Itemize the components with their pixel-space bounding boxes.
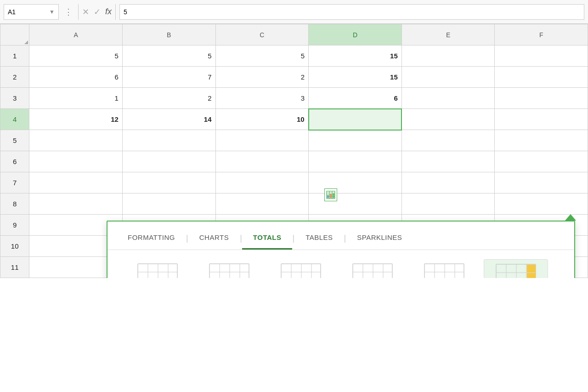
cell-A3[interactable]: 1 — [29, 88, 123, 109]
item-sum-selected[interactable]: Σ Sum — [484, 259, 548, 278]
col-header-A[interactable]: A — [29, 24, 123, 45]
spreadsheet-grid: A B C D E F 1555152672153123641214105678… — [0, 24, 588, 278]
col-header-E[interactable]: E — [401, 24, 495, 45]
cell-D1[interactable]: 15 — [309, 45, 402, 67]
cell-B5[interactable] — [122, 130, 215, 151]
cell-F5[interactable] — [495, 130, 588, 151]
formula-input[interactable] — [119, 4, 584, 20]
col-header-C[interactable]: C — [215, 24, 309, 45]
table-row: 5 — [0, 130, 588, 151]
cell-D5[interactable] — [309, 130, 402, 151]
cell-A5[interactable] — [29, 130, 123, 151]
cell-B2[interactable]: 7 — [122, 67, 215, 88]
tab-totals[interactable]: TOTALS — [242, 229, 293, 250]
cell-D8[interactable] — [309, 193, 402, 215]
table-row: 4121410 — [0, 109, 588, 130]
cell-D3[interactable]: 6 — [309, 88, 402, 109]
svg-rect-20 — [209, 264, 249, 278]
svg-rect-9 — [138, 264, 177, 278]
cell-C6[interactable] — [215, 151, 309, 172]
cell-C1[interactable]: 5 — [215, 45, 309, 67]
col-header-F[interactable]: F — [495, 24, 588, 45]
cell-F8[interactable] — [495, 193, 588, 215]
cell-B6[interactable] — [122, 151, 215, 172]
cell-A1[interactable]: 5 — [29, 45, 123, 67]
cell-A7[interactable] — [29, 172, 123, 193]
cell-C5[interactable] — [215, 130, 309, 151]
next-button[interactable]: › — [556, 269, 565, 278]
cell-C7[interactable] — [215, 172, 309, 193]
svg-rect-70 — [527, 265, 536, 273]
cell-A4[interactable]: 12 — [29, 109, 123, 130]
item-count[interactable]: # Count — [269, 259, 333, 278]
cell-B1[interactable]: 5 — [122, 45, 215, 67]
sum-selected-icon: Σ — [495, 263, 537, 278]
item-pct-total[interactable]: % % Total — [340, 259, 405, 278]
row-header-9[interactable]: 9 — [0, 215, 29, 236]
cell-E5[interactable] — [401, 130, 495, 151]
cell-F1[interactable] — [495, 45, 588, 67]
tab-tables[interactable]: TABLES — [294, 229, 344, 250]
more-options-icon[interactable]: ⋮ — [62, 7, 74, 17]
cell-ref-dropdown-icon[interactable]: ▼ — [49, 9, 55, 15]
cell-reference-box[interactable]: A1 ▼ — [4, 4, 59, 20]
cell-E7[interactable] — [401, 172, 495, 193]
cell-B4[interactable]: 14 — [122, 109, 215, 130]
cell-B8[interactable] — [122, 193, 215, 215]
cell-A6[interactable] — [29, 151, 123, 172]
tab-formatting[interactable]: FORMATTING — [117, 229, 186, 250]
col-header-B[interactable]: B — [122, 24, 215, 45]
cell-E8[interactable] — [401, 193, 495, 215]
cell-C3[interactable]: 3 — [215, 88, 309, 109]
cell-C2[interactable]: 2 — [215, 67, 309, 88]
row-header-4[interactable]: 4 — [0, 109, 29, 130]
tab-charts[interactable]: CHARTS — [188, 229, 240, 250]
popup-container: FORMATTING | CHARTS | TOTALS | TABLES | … — [107, 214, 575, 278]
cell-A2[interactable]: 6 — [29, 67, 123, 88]
popup-arrow — [565, 214, 576, 221]
col-header-D[interactable]: D — [309, 24, 402, 45]
cell-E4[interactable] — [401, 109, 495, 130]
row-header-8[interactable]: 8 — [0, 193, 29, 215]
row-header-3[interactable]: 3 — [0, 88, 29, 109]
cell-ref-value: A1 — [8, 8, 16, 16]
cell-E1[interactable] — [401, 45, 495, 67]
svg-rect-42 — [353, 264, 392, 278]
cell-D4[interactable] — [309, 109, 402, 130]
cell-A8[interactable] — [29, 193, 123, 215]
item-average[interactable]: x̄ Average — [197, 259, 261, 278]
cell-F2[interactable] — [495, 67, 588, 88]
row-header-11[interactable]: 11 — [0, 257, 29, 278]
formula-bar: A1 ▼ ⋮ ✕ ✓ fx — [0, 0, 588, 24]
cell-B3[interactable]: 2 — [122, 88, 215, 109]
cell-D7[interactable] — [309, 172, 402, 193]
row-header-7[interactable]: 7 — [0, 172, 29, 193]
cell-E3[interactable] — [401, 88, 495, 109]
row-header-2[interactable]: 2 — [0, 67, 29, 88]
cell-D6[interactable] — [309, 151, 402, 172]
cell-F3[interactable] — [495, 88, 588, 109]
prev-button[interactable]: ‹ — [117, 269, 125, 278]
cell-F4[interactable] — [495, 109, 588, 130]
cell-E6[interactable] — [401, 151, 495, 172]
cell-E2[interactable] — [401, 67, 495, 88]
cell-C8[interactable] — [215, 193, 309, 215]
confirm-icon[interactable]: ✓ — [94, 7, 101, 17]
cell-C4[interactable]: 10 — [215, 109, 309, 130]
item-sum[interactable]: Σ Sum — [125, 259, 190, 278]
cell-B7[interactable] — [122, 172, 215, 193]
average-icon: x̄ — [209, 263, 250, 278]
cell-F7[interactable] — [495, 172, 588, 193]
row-header-5[interactable]: 5 — [0, 130, 29, 151]
quick-analysis-button[interactable] — [324, 188, 337, 201]
item-running-total[interactable]: Running Total — [412, 259, 476, 278]
cell-F6[interactable] — [495, 151, 588, 172]
row-header-1[interactable]: 1 — [0, 45, 29, 67]
cancel-icon[interactable]: ✕ — [82, 7, 89, 17]
row-header-6[interactable]: 6 — [0, 151, 29, 172]
tab-sparklines[interactable]: SPARKLINES — [346, 229, 413, 250]
running-total-icon — [424, 263, 465, 278]
row-header-10[interactable]: 10 — [0, 236, 29, 257]
svg-rect-71 — [527, 273, 536, 278]
cell-D2[interactable]: 15 — [309, 67, 402, 88]
